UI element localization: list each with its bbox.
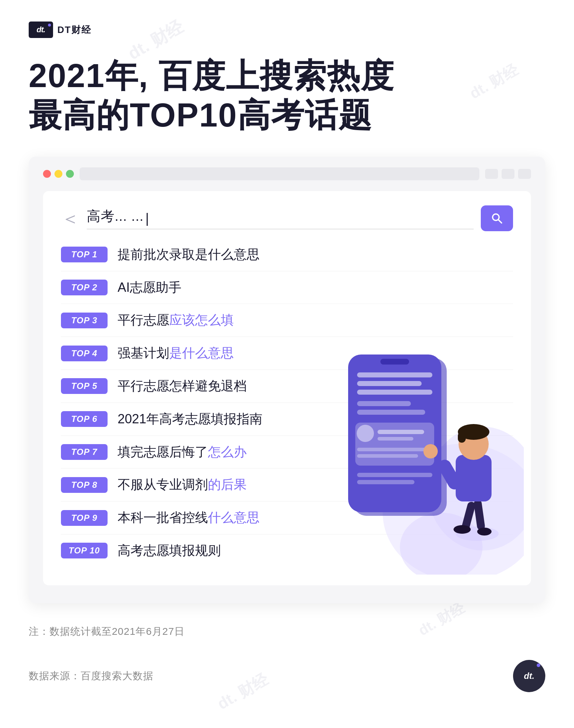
footer-logo-dot (537, 663, 540, 667)
svg-point-23 (477, 528, 492, 536)
data-source-text: 数据来源：百度搜索大数据 (29, 669, 153, 683)
top-item-text-3: 平行志愿应该怎么填 (118, 312, 234, 329)
logo-box: dt. (29, 22, 53, 38)
search-bar: ＜ 高考... ... (61, 205, 513, 231)
top-badge-3: TOP 3 (61, 313, 108, 328)
top-item-text-7: 填完志愿后悔了怎么办 (118, 444, 247, 461)
top-item[interactable]: TOP 1提前批次录取是什么意思 (61, 238, 513, 271)
top-badge-2: TOP 2 (61, 280, 108, 295)
browser-controls (485, 169, 531, 179)
illustration-group (323, 340, 509, 557)
phone-illustration (323, 340, 509, 555)
main-title: 2021年, 百度上搜索热度 最高的TOP10高考话题 (29, 56, 545, 135)
browser-frame: ＜ 高考... ... TOP 1提前批次录取是什么意思TOP 2AI志愿助手T… (29, 157, 545, 603)
svg-rect-5 (380, 359, 409, 365)
top-item[interactable]: TOP 2AI志愿助手 (61, 271, 513, 304)
top-item-text-8: 不服从专业调剂的后果 (118, 476, 247, 493)
logo-name: DT财经 (57, 24, 91, 36)
svg-line-31 (498, 220, 502, 223)
svg-rect-6 (357, 372, 432, 377)
svg-rect-7 (357, 381, 422, 386)
top-item-text-10: 高考志愿填报规则 (118, 542, 221, 559)
top-item-text-6: 2021年高考志愿填报指南 (118, 411, 262, 428)
svg-rect-9 (357, 401, 411, 406)
top-item-text-4: 强基计划是什么意思 (118, 345, 234, 362)
browser-chrome (43, 167, 531, 180)
top-badge-9: TOP 9 (61, 510, 108, 526)
footer-logo: dt. (513, 660, 545, 692)
title-line2: 最高的TOP10高考话题 (29, 95, 545, 135)
svg-rect-13 (378, 430, 424, 434)
footer: 数据来源：百度搜索大数据 dt. (29, 653, 545, 692)
search-container: ＜ 高考... ... TOP 1提前批次录取是什么意思TOP 2AI志愿助手T… (43, 191, 531, 585)
browser-btn-2[interactable] (502, 169, 514, 179)
dot-red[interactable] (43, 170, 51, 178)
svg-rect-8 (357, 390, 432, 395)
top-badge-6: TOP 6 (61, 411, 108, 427)
svg-rect-29 (458, 432, 466, 443)
search-cursor (147, 213, 148, 226)
svg-rect-16 (357, 454, 418, 458)
top-badge-1: TOP 1 (61, 247, 108, 262)
browser-dots (43, 170, 74, 178)
search-input-area[interactable]: 高考... ... (87, 207, 474, 229)
back-arrow-icon[interactable]: ＜ (61, 209, 80, 228)
top-badge-10: TOP 10 (61, 543, 108, 558)
logo-dot (48, 24, 51, 27)
top-item[interactable]: TOP 3平行志愿应该怎么填 (61, 304, 513, 337)
browser-address-bar[interactable] (80, 167, 479, 180)
dot-green[interactable] (66, 170, 74, 178)
search-query-text: 高考... ... (87, 209, 144, 224)
top-badge-8: TOP 8 (61, 477, 108, 493)
footer-logo-text: dt. (524, 671, 534, 681)
svg-point-22 (454, 525, 471, 534)
title-line1: 2021年, 百度上搜索热度 (29, 56, 545, 95)
svg-rect-17 (357, 473, 432, 477)
top-item-text-5: 平行志愿怎样避免退档 (118, 378, 247, 395)
browser-btn-3[interactable] (518, 169, 531, 179)
svg-rect-21 (473, 499, 485, 530)
logo-dt-text: dt. (37, 25, 45, 34)
browser-btn-1[interactable] (485, 169, 498, 179)
top-badge-7: TOP 7 (61, 444, 108, 460)
dot-yellow[interactable] (54, 170, 62, 178)
svg-rect-18 (357, 480, 414, 484)
search-button[interactable] (481, 205, 513, 231)
svg-rect-15 (357, 448, 432, 451)
top-badge-4: TOP 4 (61, 346, 108, 361)
top-item-text-1: 提前批次录取是什么意思 (118, 246, 260, 263)
svg-point-12 (357, 425, 374, 442)
svg-rect-10 (357, 410, 425, 415)
top-badge-5: TOP 5 (61, 378, 108, 394)
top-item-text-2: AI志愿助手 (118, 279, 181, 296)
note-text: 注：数据统计截至2021年6月27日 (29, 625, 545, 638)
top-item-text-9: 本科一批省控线什么意思 (118, 509, 260, 526)
svg-rect-24 (456, 455, 492, 501)
svg-point-26 (423, 444, 438, 458)
svg-rect-14 (378, 437, 413, 441)
logo-area: dt. DT财经 (29, 22, 545, 38)
search-icon (490, 212, 503, 225)
